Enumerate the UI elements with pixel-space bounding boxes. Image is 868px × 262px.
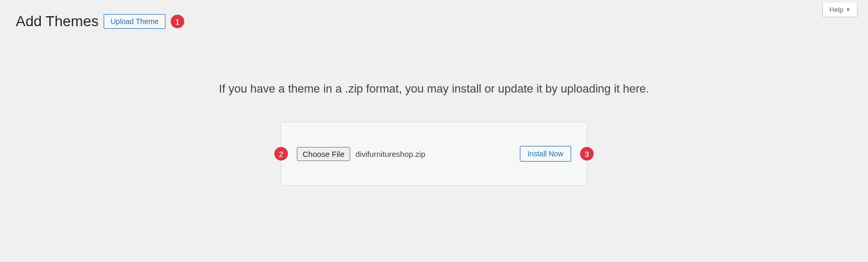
- install-group: Install Now: [520, 146, 571, 162]
- annotation-marker-2: 2: [274, 147, 288, 161]
- upload-instructions: If you have a theme in a .zip format, yo…: [16, 82, 852, 96]
- selected-filename: divifurnitureshop.zip: [355, 150, 425, 158]
- help-label: Help: [829, 6, 843, 14]
- page-title: Add Themes: [16, 13, 98, 30]
- dropdown-triangle-icon: ▼: [845, 7, 851, 13]
- page-header: Add Themes Upload Theme 1: [0, 0, 868, 35]
- file-chooser-group: Choose File divifurnitureshop.zip: [297, 147, 425, 161]
- upload-theme-button[interactable]: Upload Theme: [104, 14, 165, 29]
- install-now-button[interactable]: Install Now: [520, 146, 571, 162]
- upload-form: 2 Choose File divifurnitureshop.zip Inst…: [281, 122, 587, 186]
- annotation-marker-1: 1: [171, 15, 184, 28]
- choose-file-button[interactable]: Choose File: [297, 147, 350, 161]
- annotation-marker-3: 3: [580, 147, 594, 161]
- help-tab[interactable]: Help ▼: [822, 3, 858, 17]
